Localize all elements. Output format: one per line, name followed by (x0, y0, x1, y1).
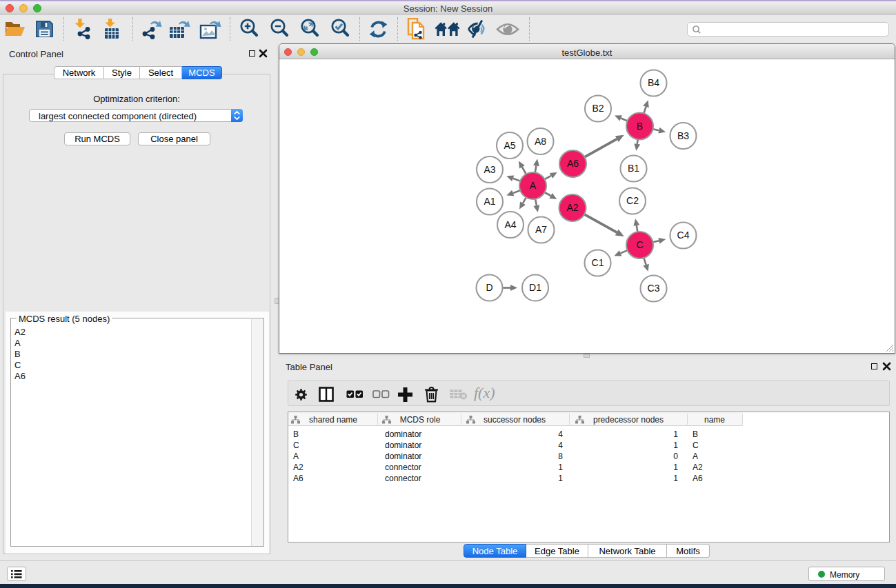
svg-text:D: D (486, 282, 492, 293)
svg-text:A8: A8 (535, 136, 546, 147)
svg-text:B: B (637, 121, 643, 132)
svg-text:C3: C3 (648, 283, 660, 294)
svg-text:C1: C1 (592, 257, 604, 268)
svg-text:B3: B3 (677, 130, 689, 141)
svg-text:B1: B1 (628, 163, 639, 174)
svg-text:C4: C4 (677, 230, 690, 241)
svg-text:D1: D1 (529, 282, 541, 293)
svg-text:C2: C2 (626, 195, 639, 206)
svg-text:A2: A2 (566, 202, 578, 213)
svg-text:A3: A3 (484, 164, 495, 175)
svg-text:B4: B4 (648, 77, 659, 88)
svg-text:A6: A6 (567, 158, 579, 169)
svg-text:C: C (636, 239, 643, 250)
svg-text:B2: B2 (592, 103, 604, 114)
svg-text:A1: A1 (484, 196, 495, 207)
svg-text:A7: A7 (535, 224, 547, 235)
svg-text:A5: A5 (504, 140, 515, 151)
svg-text:A4: A4 (504, 219, 516, 230)
svg-text:A: A (530, 180, 537, 191)
